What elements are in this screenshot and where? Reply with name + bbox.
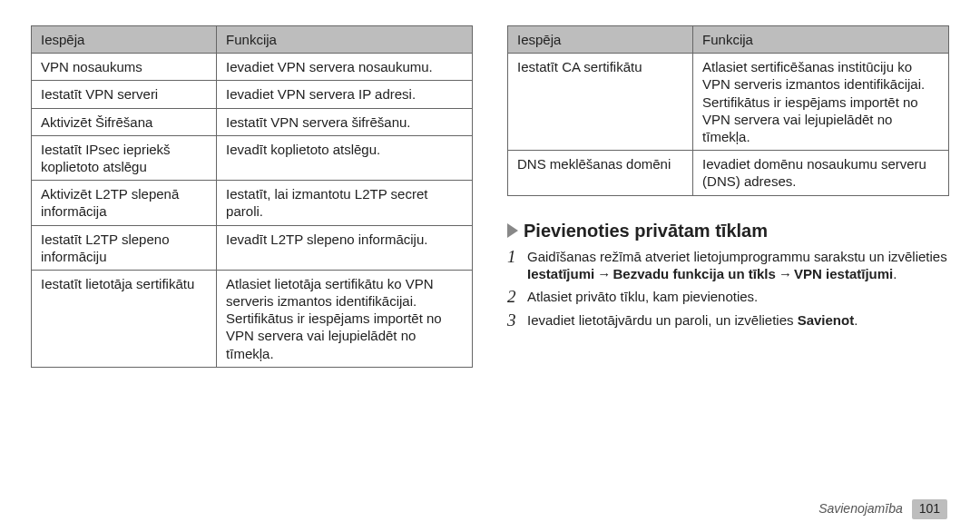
step-text: Ievadiet lietotājvārdu un paroli, un izv…	[527, 311, 949, 329]
table-row: VPN nosaukumsIevadiet VPN servera nosauk…	[32, 54, 473, 81]
th-function: Funkcija	[217, 26, 473, 54]
cell-option: Iestatīt VPN serveri	[32, 81, 217, 108]
table-row: Iestatīt lietotāja sertifikātuAtlasiet l…	[32, 270, 473, 367]
cell-option: Iestatīt CA sertifikātu	[508, 54, 693, 151]
cell-function: Ievadīt L2TP slepeno informāciju.	[217, 225, 473, 270]
cell-option: Aktivizēt L2TP slepenā informācija	[32, 181, 217, 225]
cell-function: Iestatīt VPN servera šifrēšanu.	[217, 108, 473, 135]
th-option: Iespēja	[508, 26, 693, 54]
table-row: Aktivizēt L2TP slepenā informācijaIestat…	[32, 181, 473, 225]
step-1: 1 Gaidīšanas režīmā atveriet lietojumpro…	[507, 248, 949, 282]
page-footer: Savienojamība 101	[818, 499, 947, 519]
cell-option: Iestatīt IPsec iepriekš koplietoto atslē…	[32, 135, 217, 180]
cell-function: Atlasiet lietotāja sertifikātu ko VPN se…	[217, 270, 473, 367]
cell-function: Ievadīt koplietoto atslēgu.	[217, 135, 473, 180]
cell-function: Iestatīt, lai izmantotu L2TP secret paro…	[217, 181, 473, 225]
cell-function: Ievadiet VPN servera nosaukumu.	[217, 54, 473, 81]
step-text: Atlasiet privāto tīklu, kam pievienoties…	[527, 288, 949, 305]
cell-option: Iestatīt L2TP slepeno informāciju	[32, 225, 217, 270]
cell-option: VPN nosaukums	[32, 54, 217, 81]
cell-option: Iestatīt lietotāja sertifikātu	[32, 270, 217, 367]
footer-page-number: 101	[912, 499, 947, 519]
step-2: 2 Atlasiet privāto tīklu, kam pievienoti…	[507, 288, 949, 306]
step-number: 3	[507, 311, 527, 330]
table-row: Iestatīt CA sertifikātuAtlasiet sertific…	[508, 54, 949, 151]
cell-option: Aktivizēt Šifrēšana	[32, 108, 217, 135]
th-option: Iespēja	[32, 26, 217, 54]
step-3: 3 Ievadiet lietotājvārdu un paroli, un i…	[507, 311, 949, 330]
table-row: Aktivizēt ŠifrēšanaIestatīt VPN servera …	[32, 108, 473, 135]
section-heading: Pievienoties privātam tīklam	[507, 220, 949, 243]
footer-chapter: Savienojamība	[818, 501, 903, 516]
steps-list: 1 Gaidīšanas režīmā atveriet lietojumpro…	[507, 248, 949, 330]
right-table: Iespēja Funkcija Iestatīt CA sertifikātu…	[507, 25, 949, 196]
cell-option: DNS meklēšanas domēni	[508, 151, 693, 195]
step-number: 2	[507, 288, 527, 306]
table-row: Iestatīt L2TP slepeno informācijuIevadīt…	[32, 225, 473, 270]
left-table: Iespēja Funkcija VPN nosaukumsIevadiet V…	[31, 25, 473, 368]
right-column: Iespēja Funkcija Iestatīt CA sertifikātu…	[507, 25, 949, 368]
table-row: Iestatīt IPsec iepriekš koplietoto atslē…	[32, 135, 473, 180]
cell-function: Ievadiet VPN servera IP adresi.	[217, 81, 473, 108]
step-text: Gaidīšanas režīmā atveriet lietojumprogr…	[527, 248, 949, 282]
cell-function: Atlasiet sertificēšanas institūciju ko V…	[693, 54, 949, 151]
cell-function: Ievadiet domēnu nosaukumu serveru (DNS) …	[693, 151, 949, 195]
section-title: Pievienoties privātam tīklam	[524, 220, 768, 243]
step-number: 1	[507, 248, 527, 266]
th-function: Funkcija	[693, 26, 949, 54]
table-row: DNS meklēšanas domēniIevadiet domēnu nos…	[508, 151, 949, 195]
table-row: Iestatīt VPN serveriIevadiet VPN servera…	[32, 81, 473, 108]
chevron-right-icon	[507, 223, 518, 238]
left-column: Iespēja Funkcija VPN nosaukumsIevadiet V…	[31, 25, 473, 368]
